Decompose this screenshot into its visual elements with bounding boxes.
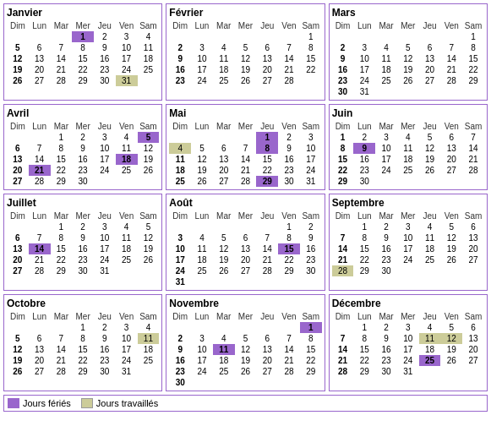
day-cell: 22: [332, 165, 354, 176]
legend-holidays-label: Jours fériés: [23, 398, 71, 408]
day-cell: 13: [462, 232, 484, 243]
legend-worked-label: Jours travaillés: [96, 398, 158, 408]
day-cell: 27: [462, 254, 484, 265]
day-cell: 12: [235, 53, 257, 64]
day-cell: 24: [191, 75, 213, 86]
day-cell: 2: [72, 221, 94, 232]
day-cell: 19: [138, 243, 160, 254]
day-cell: 26: [419, 165, 441, 176]
day-cell: [256, 221, 278, 232]
day-cell: 22: [300, 64, 322, 75]
day-cell: 3: [300, 132, 322, 143]
col-header-lun: Lun: [353, 20, 375, 31]
day-cell: [235, 276, 257, 287]
day-cell: 18: [419, 344, 441, 355]
day-cell: [375, 86, 397, 97]
day-cell: 10: [116, 333, 138, 344]
day-cell: 15: [300, 344, 322, 355]
day-cell: 20: [256, 355, 278, 366]
day-cell: 12: [191, 154, 213, 165]
day-cell: 5: [7, 333, 29, 344]
day-cell: [440, 31, 462, 42]
day-cell: 5: [235, 333, 257, 344]
day-cell: 1: [51, 132, 73, 143]
day-cell: 7: [332, 232, 354, 243]
day-cell: 18: [169, 165, 191, 176]
day-cell: [440, 265, 462, 276]
day-cell: 3: [94, 132, 116, 143]
day-cell: [300, 276, 322, 287]
col-header-sam: Sam: [138, 311, 160, 322]
col-header-mar: Mar: [375, 210, 397, 221]
day-cell: [169, 31, 191, 42]
day-cell: 30: [332, 86, 354, 97]
col-header-jeu: Jeu: [94, 311, 116, 322]
day-cell: 14: [278, 344, 300, 355]
day-cell: 20: [462, 243, 484, 254]
day-cell: [169, 221, 191, 232]
day-cell: [235, 132, 257, 143]
day-cell: 18: [397, 154, 419, 165]
day-cell: 16: [94, 53, 116, 64]
day-cell: [375, 31, 397, 42]
col-header-sam: Sam: [300, 20, 322, 31]
day-cell: 22: [353, 254, 375, 265]
day-cell: [332, 221, 354, 232]
col-header-dim: Dim: [7, 121, 29, 132]
col-header-lun: Lun: [191, 20, 213, 31]
day-cell: 29: [51, 176, 73, 187]
day-cell: 19: [419, 154, 441, 165]
day-cell: 3: [353, 42, 375, 53]
day-cell: 14: [256, 243, 278, 254]
day-cell: 5: [397, 42, 419, 53]
col-header-mer: Mer: [72, 311, 94, 322]
col-header-dim: Dim: [169, 20, 191, 31]
day-cell: 7: [51, 333, 73, 344]
col-header-jeu: Jeu: [94, 20, 116, 31]
day-cell: 10: [375, 143, 397, 154]
day-cell: [235, 31, 257, 42]
day-cell: 11: [116, 232, 138, 243]
day-cell: 23: [278, 165, 300, 176]
day-cell: [462, 86, 484, 97]
day-cell: 31: [116, 75, 138, 86]
day-cell: [462, 265, 484, 276]
col-header-lun: Lun: [29, 210, 51, 221]
day-cell: 29: [72, 366, 94, 377]
day-cell: 21: [29, 254, 51, 265]
day-cell: 23: [94, 355, 116, 366]
day-cell: 15: [72, 344, 94, 355]
day-cell: 14: [278, 53, 300, 64]
day-cell: 18: [138, 344, 160, 355]
day-cell: 4: [213, 42, 235, 53]
day-cell: 5: [138, 132, 160, 143]
day-cell: 21: [235, 165, 257, 176]
col-header-sam: Sam: [138, 210, 160, 221]
month-title: Mars: [332, 7, 484, 19]
day-cell: 20: [7, 254, 29, 265]
day-cell: 14: [51, 344, 73, 355]
day-cell: [278, 322, 300, 333]
col-header-mar: Mar: [375, 311, 397, 322]
holiday-color-box: [8, 398, 19, 408]
col-header-mar: Mar: [51, 210, 73, 221]
day-cell: 4: [191, 232, 213, 243]
day-cell: 9: [72, 232, 94, 243]
cal-table: DimLunMarMerJeuVenSam1234567891011121314…: [7, 121, 159, 187]
month-février: FévrierDimLunMarMerJeuVenSam123456789101…: [166, 3, 325, 101]
day-cell: 27: [419, 75, 441, 86]
day-cell: 7: [235, 143, 257, 154]
day-cell: 8: [72, 333, 94, 344]
day-cell: 30: [278, 176, 300, 187]
day-cell: 17: [191, 64, 213, 75]
day-cell: 16: [375, 243, 397, 254]
day-cell: 20: [235, 254, 257, 265]
day-cell: 28: [51, 366, 73, 377]
day-cell: 30: [94, 366, 116, 377]
day-cell: 22: [51, 254, 73, 265]
day-cell: 25: [419, 254, 441, 265]
month-octobre: OctobreDimLunMarMerJeuVenSam123456789101…: [3, 294, 162, 391]
col-header-jeu: Jeu: [256, 121, 278, 132]
cal-table: DimLunMarMerJeuVenSam1234567891011121314…: [332, 210, 484, 276]
col-header-jeu: Jeu: [419, 311, 441, 322]
